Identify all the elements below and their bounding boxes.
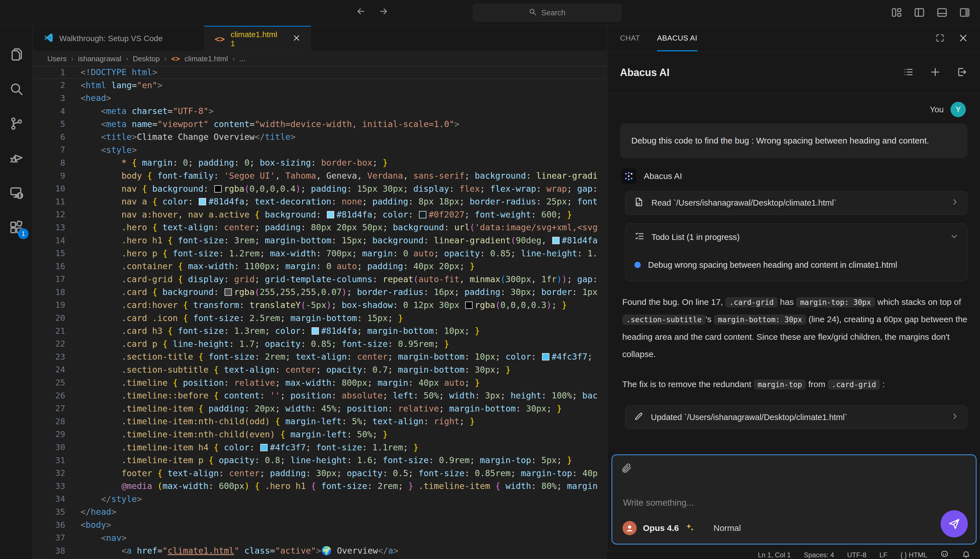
code-token: :: [301, 326, 311, 336]
code-token: {: [162, 248, 168, 258]
code-token: @media: [122, 481, 152, 491]
sparkle-icon: [685, 523, 695, 534]
explorer-icon[interactable]: [0, 37, 33, 72]
maximize-panel-icon[interactable]: [935, 33, 945, 44]
code-token: .card: [122, 287, 147, 297]
toggle-sidebar-left-icon[interactable]: [914, 7, 925, 19]
read-file-card[interactable]: Read `/Users/ishanagrawal/Desktop/climat…: [625, 191, 967, 215]
code-token: font-size: [342, 339, 388, 349]
code-text: .card { background: rgba(255,255,255,0.0…: [81, 287, 607, 297]
code-text: .timeline-item h4 { color: #4fc3f7; font…: [81, 442, 607, 452]
forward-arrow-icon[interactable]: [378, 6, 389, 18]
code-token: flex: [460, 184, 480, 194]
code-token: margin-left: [285, 416, 342, 426]
code-token: href: [137, 546, 157, 556]
breadcrumb-item[interactable]: Desktop: [133, 55, 160, 63]
sign-out-icon[interactable]: [957, 67, 967, 79]
code-token: ;: [275, 404, 285, 413]
code-token: >: [106, 520, 111, 530]
source-control-icon[interactable]: [0, 106, 33, 141]
code-token: rgba: [234, 287, 254, 297]
notifications-bell-icon[interactable]: [962, 550, 970, 559]
status-item[interactable]: UTF-8: [847, 551, 866, 559]
code-line: 16 .container { max-width: 1100px; margi…: [33, 260, 607, 273]
code-editor[interactable]: 1<!DOCTYPE html>2<html lang="en">3<head>…: [33, 66, 607, 559]
code-token: [81, 442, 122, 452]
line-number: 34: [33, 494, 81, 504]
code-token: >: [137, 494, 142, 504]
code-token: ): [562, 274, 567, 284]
code-token: :: [332, 197, 342, 207]
code-token: :: [254, 352, 265, 362]
code-token: ,: [403, 171, 413, 181]
line-number: 20: [33, 313, 81, 323]
code-token: a: [127, 546, 132, 556]
code-token: 30px: [526, 404, 546, 413]
toggle-sidebar-right-icon[interactable]: [959, 7, 970, 19]
code-token: >: [106, 93, 111, 103]
todo-list-card[interactable]: Todo List (1 in progress) Debug wrong sp…: [625, 223, 967, 281]
code-token: }: [562, 300, 567, 310]
back-arrow-icon[interactable]: [356, 6, 366, 18]
code-token: [413, 481, 418, 491]
code-token: >: [157, 80, 162, 90]
tab-abacus-ai[interactable]: ABACUS AI: [657, 26, 697, 51]
status-item[interactable]: Spaces: 4: [804, 551, 834, 559]
code-text: .timeline-item:nth-child(odd) { margin-l…: [81, 416, 607, 426]
extensions-icon[interactable]: 1: [0, 210, 33, 245]
model-selector[interactable]: Opus 4.6: [643, 523, 679, 533]
updated-file-card[interactable]: Updated `/Users/ishanagrawal/Desktop/cli…: [625, 405, 967, 429]
search-sidebar-icon[interactable]: [0, 72, 33, 106]
vscode-logo-icon: [43, 33, 54, 45]
line-number: 8: [33, 158, 81, 168]
attach-file-icon[interactable]: [621, 463, 632, 475]
history-list-icon[interactable]: [903, 67, 914, 79]
code-line: 26 .timeline::before { content: ''; posi…: [33, 389, 607, 402]
chevron-down-icon[interactable]: [950, 232, 958, 242]
tab-climate1[interactable]: <> climate1.html 1: [205, 26, 311, 51]
remote-explorer-icon[interactable]: [0, 175, 33, 210]
code-text: .hero { text-align: center; padding: 80p…: [81, 222, 607, 232]
close-tab-icon[interactable]: [292, 34, 300, 44]
code-token: =: [249, 119, 254, 129]
tab-chat[interactable]: CHAT: [620, 26, 640, 51]
code-token: 8px 18px: [418, 197, 460, 207]
send-button[interactable]: [940, 510, 968, 538]
status-item[interactable]: Ln 1, Col 1: [758, 551, 790, 559]
code-token: :: [408, 378, 418, 388]
code-token: #81d4fa: [562, 235, 597, 245]
breadcrumb[interactable]: Users›ishanagrawal›Desktop›<>climate1.ht…: [33, 51, 607, 66]
code-token: :: [260, 390, 270, 400]
status-item[interactable]: { } HTML: [900, 551, 927, 559]
customize-layout-icon[interactable]: [891, 7, 902, 19]
code-token: 0.9rem: [439, 455, 469, 465]
breadcrumb-item[interactable]: ishanagrawal: [78, 55, 121, 63]
tab-walkthrough[interactable]: Walkthrough: Setup VS Code: [33, 26, 205, 51]
toggle-panel-icon[interactable]: [936, 7, 948, 19]
code-token: Verdana: [367, 171, 403, 181]
code-token: 🌍 Overview: [321, 546, 378, 556]
code-token: font-size: [178, 235, 224, 245]
code-token: [209, 365, 214, 375]
line-number: 33: [33, 481, 81, 491]
breadcrumb-file[interactable]: climate1.html: [185, 55, 228, 63]
code-token: text-align: [296, 352, 347, 362]
chat-input[interactable]: Write something... Opus 4.6 Normal: [612, 454, 977, 544]
new-chat-icon[interactable]: [930, 67, 940, 79]
code-token: opacity: [219, 455, 254, 465]
code-token: 0.5: [393, 468, 408, 478]
mode-selector[interactable]: Normal: [714, 523, 741, 533]
search-input[interactable]: Search: [473, 4, 621, 22]
line-number: 24: [33, 365, 81, 374]
status-item[interactable]: LF: [879, 551, 887, 559]
code-token: .timeline-item:nth-child(odd): [122, 416, 270, 426]
close-panel-icon[interactable]: [959, 33, 968, 44]
breadcrumb-tail[interactable]: ...: [239, 55, 246, 63]
breadcrumb-item[interactable]: Users: [47, 55, 67, 63]
run-debug-icon[interactable]: [0, 141, 33, 175]
code-token: [81, 235, 122, 245]
copilot-icon[interactable]: [940, 550, 949, 559]
code-token: relative: [398, 404, 439, 413]
code-token: :: [424, 416, 434, 426]
code-token: '': [270, 390, 280, 400]
